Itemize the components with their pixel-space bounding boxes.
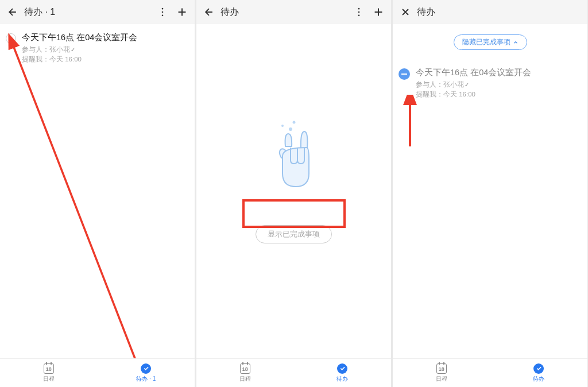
svg-point-0: [162, 8, 164, 10]
back-icon[interactable]: [5, 4, 21, 20]
todo-title: 今天下午16点 在04会议室开会: [22, 32, 187, 43]
svg-point-7: [281, 125, 284, 127]
calendar-icon: 18: [44, 363, 54, 374]
calendar-icon: 18: [240, 363, 250, 374]
svg-line-3: [13, 44, 138, 366]
header: 待办: [196, 0, 391, 24]
calendar-icon: 18: [436, 363, 447, 374]
svg-point-8: [292, 121, 295, 124]
bottom-nav: 18 日程 待办: [196, 358, 391, 387]
nav-todo[interactable]: 待办 · 1: [98, 359, 195, 387]
header: 待办: [393, 0, 587, 24]
content: 隐藏已完成事项 今天下午16点 在04会议室开会 参与人：张小花✓ 提醒我：今天…: [393, 34, 587, 369]
screen-two: 待办: [196, 0, 391, 387]
screen-one: 待办 · 1 今天下午16点 在04会议室开会 参与人：张小花✓ 提醒我：今天 …: [0, 0, 195, 387]
todo-meta: 参与人：张小花✓ 提醒我：今天 16:00: [416, 80, 579, 100]
add-icon[interactable]: [174, 4, 190, 20]
check-tiny-icon: ✓: [71, 45, 75, 54]
svg-point-1: [162, 11, 164, 13]
more-icon[interactable]: [351, 4, 367, 20]
show-completed-button[interactable]: 显示已完成事项: [256, 225, 332, 243]
remove-icon[interactable]: [399, 68, 410, 80]
nav-calendar[interactable]: 18 日程: [393, 359, 490, 387]
todo-title: 今天下午16点 在04会议室开会: [416, 67, 579, 78]
check-tiny-icon: ✓: [465, 80, 469, 89]
chevron-up-icon: [513, 40, 519, 45]
check-icon: [337, 363, 347, 374]
svg-point-9: [289, 127, 292, 131]
nav-todo[interactable]: 待办: [490, 359, 588, 387]
nav-calendar[interactable]: 18 日程: [196, 359, 294, 387]
todo-radio[interactable]: [6, 33, 16, 44]
more-icon[interactable]: [154, 4, 171, 20]
check-icon: [141, 363, 151, 374]
svg-point-2: [162, 15, 164, 17]
nav-todo[interactable]: 待办: [294, 359, 392, 387]
screen-three: 待办 隐藏已完成事项 今天下午16点 在04会议室开会 参与人：张小花✓ 提醒我…: [393, 0, 587, 387]
hide-completed-button[interactable]: 隐藏已完成事项: [454, 34, 527, 50]
back-icon[interactable]: [201, 4, 217, 20]
bottom-nav: 18 日程 待办 · 1: [0, 358, 195, 387]
rock-hand-icon: [260, 116, 328, 202]
bottom-nav: 18 日程 待办: [393, 358, 587, 387]
svg-point-6: [358, 15, 360, 17]
header-title: 待办 · 1: [24, 6, 55, 18]
nav-calendar[interactable]: 18 日程: [0, 359, 98, 387]
annotation-arrow: [0, 24, 195, 387]
add-icon[interactable]: [370, 4, 386, 20]
todo-item[interactable]: 今天下午16点 在04会议室开会 参与人：张小花✓ 提醒我：今天 16:00: [393, 59, 587, 106]
empty-state: 显示已完成事项: [196, 116, 391, 243]
content: 今天下午16点 在04会议室开会 参与人：张小花✓ 提醒我：今天 16:00: [0, 24, 195, 358]
header-title: 待办: [220, 6, 239, 18]
todo-item[interactable]: 今天下午16点 在04会议室开会 参与人：张小花✓ 提醒我：今天 16:00: [0, 24, 195, 71]
content: 显示已完成事项: [196, 24, 391, 358]
check-icon: [533, 363, 544, 374]
svg-point-4: [358, 8, 360, 10]
svg-point-5: [358, 11, 360, 13]
close-icon[interactable]: [397, 4, 413, 20]
header: 待办 · 1: [0, 0, 195, 24]
todo-meta: 参与人：张小花✓ 提醒我：今天 16:00: [22, 45, 187, 65]
header-title: 待办: [417, 6, 435, 18]
